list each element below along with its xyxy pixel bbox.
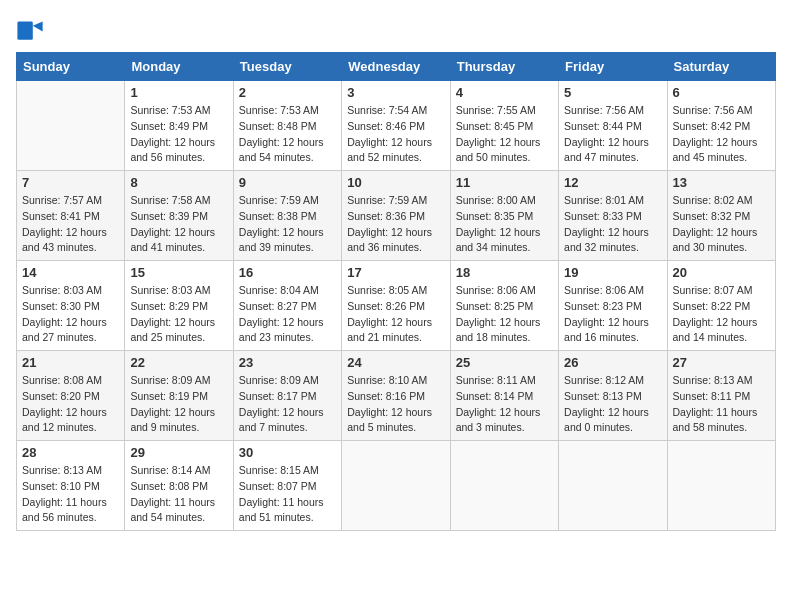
header-sunday: Sunday xyxy=(17,53,125,81)
day-number: 13 xyxy=(673,175,770,190)
day-number: 1 xyxy=(130,85,227,100)
calendar-cell xyxy=(342,441,450,531)
day-info: Sunrise: 8:03 AMSunset: 8:29 PMDaylight:… xyxy=(130,283,227,346)
calendar-cell: 26Sunrise: 8:12 AMSunset: 8:13 PMDayligh… xyxy=(559,351,667,441)
day-info: Sunrise: 8:06 AMSunset: 8:25 PMDaylight:… xyxy=(456,283,553,346)
calendar-cell: 27Sunrise: 8:13 AMSunset: 8:11 PMDayligh… xyxy=(667,351,775,441)
logo-icon xyxy=(16,16,44,44)
calendar-cell: 18Sunrise: 8:06 AMSunset: 8:25 PMDayligh… xyxy=(450,261,558,351)
day-info: Sunrise: 8:00 AMSunset: 8:35 PMDaylight:… xyxy=(456,193,553,256)
calendar-week-5: 28Sunrise: 8:13 AMSunset: 8:10 PMDayligh… xyxy=(17,441,776,531)
day-number: 16 xyxy=(239,265,336,280)
calendar-week-1: 1Sunrise: 7:53 AMSunset: 8:49 PMDaylight… xyxy=(17,81,776,171)
day-info: Sunrise: 7:56 AMSunset: 8:44 PMDaylight:… xyxy=(564,103,661,166)
day-info: Sunrise: 7:54 AMSunset: 8:46 PMDaylight:… xyxy=(347,103,444,166)
calendar-cell: 22Sunrise: 8:09 AMSunset: 8:19 PMDayligh… xyxy=(125,351,233,441)
day-info: Sunrise: 8:14 AMSunset: 8:08 PMDaylight:… xyxy=(130,463,227,526)
day-number: 14 xyxy=(22,265,119,280)
calendar-cell: 25Sunrise: 8:11 AMSunset: 8:14 PMDayligh… xyxy=(450,351,558,441)
day-info: Sunrise: 7:55 AMSunset: 8:45 PMDaylight:… xyxy=(456,103,553,166)
day-info: Sunrise: 8:09 AMSunset: 8:17 PMDaylight:… xyxy=(239,373,336,436)
calendar-cell: 24Sunrise: 8:10 AMSunset: 8:16 PMDayligh… xyxy=(342,351,450,441)
day-info: Sunrise: 7:59 AMSunset: 8:38 PMDaylight:… xyxy=(239,193,336,256)
calendar-cell: 13Sunrise: 8:02 AMSunset: 8:32 PMDayligh… xyxy=(667,171,775,261)
calendar-cell: 20Sunrise: 8:07 AMSunset: 8:22 PMDayligh… xyxy=(667,261,775,351)
calendar-week-2: 7Sunrise: 7:57 AMSunset: 8:41 PMDaylight… xyxy=(17,171,776,261)
calendar-cell: 10Sunrise: 7:59 AMSunset: 8:36 PMDayligh… xyxy=(342,171,450,261)
calendar-cell: 5Sunrise: 7:56 AMSunset: 8:44 PMDaylight… xyxy=(559,81,667,171)
day-info: Sunrise: 7:53 AMSunset: 8:48 PMDaylight:… xyxy=(239,103,336,166)
calendar-cell: 15Sunrise: 8:03 AMSunset: 8:29 PMDayligh… xyxy=(125,261,233,351)
calendar-cell: 11Sunrise: 8:00 AMSunset: 8:35 PMDayligh… xyxy=(450,171,558,261)
day-number: 21 xyxy=(22,355,119,370)
calendar-cell xyxy=(559,441,667,531)
day-number: 4 xyxy=(456,85,553,100)
day-number: 18 xyxy=(456,265,553,280)
day-number: 25 xyxy=(456,355,553,370)
day-info: Sunrise: 8:07 AMSunset: 8:22 PMDaylight:… xyxy=(673,283,770,346)
header-wednesday: Wednesday xyxy=(342,53,450,81)
day-info: Sunrise: 8:10 AMSunset: 8:16 PMDaylight:… xyxy=(347,373,444,436)
svg-rect-0 xyxy=(17,22,32,40)
calendar-cell: 23Sunrise: 8:09 AMSunset: 8:17 PMDayligh… xyxy=(233,351,341,441)
header-friday: Friday xyxy=(559,53,667,81)
page-header xyxy=(16,16,776,44)
calendar-cell: 30Sunrise: 8:15 AMSunset: 8:07 PMDayligh… xyxy=(233,441,341,531)
day-number: 3 xyxy=(347,85,444,100)
day-info: Sunrise: 7:59 AMSunset: 8:36 PMDaylight:… xyxy=(347,193,444,256)
calendar-table: SundayMondayTuesdayWednesdayThursdayFrid… xyxy=(16,52,776,531)
day-info: Sunrise: 7:53 AMSunset: 8:49 PMDaylight:… xyxy=(130,103,227,166)
calendar-cell: 6Sunrise: 7:56 AMSunset: 8:42 PMDaylight… xyxy=(667,81,775,171)
svg-marker-1 xyxy=(33,22,43,32)
calendar-cell: 4Sunrise: 7:55 AMSunset: 8:45 PMDaylight… xyxy=(450,81,558,171)
day-info: Sunrise: 8:12 AMSunset: 8:13 PMDaylight:… xyxy=(564,373,661,436)
day-number: 29 xyxy=(130,445,227,460)
day-info: Sunrise: 8:06 AMSunset: 8:23 PMDaylight:… xyxy=(564,283,661,346)
day-info: Sunrise: 8:15 AMSunset: 8:07 PMDaylight:… xyxy=(239,463,336,526)
logo xyxy=(16,16,46,44)
calendar-week-3: 14Sunrise: 8:03 AMSunset: 8:30 PMDayligh… xyxy=(17,261,776,351)
day-number: 19 xyxy=(564,265,661,280)
calendar-cell: 21Sunrise: 8:08 AMSunset: 8:20 PMDayligh… xyxy=(17,351,125,441)
day-info: Sunrise: 7:57 AMSunset: 8:41 PMDaylight:… xyxy=(22,193,119,256)
calendar-cell: 3Sunrise: 7:54 AMSunset: 8:46 PMDaylight… xyxy=(342,81,450,171)
day-number: 26 xyxy=(564,355,661,370)
day-number: 12 xyxy=(564,175,661,190)
day-info: Sunrise: 8:08 AMSunset: 8:20 PMDaylight:… xyxy=(22,373,119,436)
header-thursday: Thursday xyxy=(450,53,558,81)
day-info: Sunrise: 7:56 AMSunset: 8:42 PMDaylight:… xyxy=(673,103,770,166)
day-number: 20 xyxy=(673,265,770,280)
day-number: 7 xyxy=(22,175,119,190)
calendar-header-row: SundayMondayTuesdayWednesdayThursdayFrid… xyxy=(17,53,776,81)
calendar-cell xyxy=(17,81,125,171)
day-number: 6 xyxy=(673,85,770,100)
day-number: 28 xyxy=(22,445,119,460)
day-number: 23 xyxy=(239,355,336,370)
day-number: 10 xyxy=(347,175,444,190)
day-number: 11 xyxy=(456,175,553,190)
calendar-week-4: 21Sunrise: 8:08 AMSunset: 8:20 PMDayligh… xyxy=(17,351,776,441)
day-number: 8 xyxy=(130,175,227,190)
calendar-cell: 2Sunrise: 7:53 AMSunset: 8:48 PMDaylight… xyxy=(233,81,341,171)
header-monday: Monday xyxy=(125,53,233,81)
calendar-cell: 17Sunrise: 8:05 AMSunset: 8:26 PMDayligh… xyxy=(342,261,450,351)
day-info: Sunrise: 8:09 AMSunset: 8:19 PMDaylight:… xyxy=(130,373,227,436)
calendar-cell: 7Sunrise: 7:57 AMSunset: 8:41 PMDaylight… xyxy=(17,171,125,261)
calendar-cell: 28Sunrise: 8:13 AMSunset: 8:10 PMDayligh… xyxy=(17,441,125,531)
day-info: Sunrise: 7:58 AMSunset: 8:39 PMDaylight:… xyxy=(130,193,227,256)
calendar-cell: 14Sunrise: 8:03 AMSunset: 8:30 PMDayligh… xyxy=(17,261,125,351)
header-tuesday: Tuesday xyxy=(233,53,341,81)
day-number: 9 xyxy=(239,175,336,190)
day-info: Sunrise: 8:13 AMSunset: 8:11 PMDaylight:… xyxy=(673,373,770,436)
day-info: Sunrise: 8:01 AMSunset: 8:33 PMDaylight:… xyxy=(564,193,661,256)
day-number: 30 xyxy=(239,445,336,460)
calendar-cell: 29Sunrise: 8:14 AMSunset: 8:08 PMDayligh… xyxy=(125,441,233,531)
day-info: Sunrise: 8:02 AMSunset: 8:32 PMDaylight:… xyxy=(673,193,770,256)
day-number: 5 xyxy=(564,85,661,100)
calendar-cell: 8Sunrise: 7:58 AMSunset: 8:39 PMDaylight… xyxy=(125,171,233,261)
day-number: 27 xyxy=(673,355,770,370)
calendar-cell: 16Sunrise: 8:04 AMSunset: 8:27 PMDayligh… xyxy=(233,261,341,351)
calendar-cell: 9Sunrise: 7:59 AMSunset: 8:38 PMDaylight… xyxy=(233,171,341,261)
day-number: 22 xyxy=(130,355,227,370)
calendar-cell: 1Sunrise: 7:53 AMSunset: 8:49 PMDaylight… xyxy=(125,81,233,171)
